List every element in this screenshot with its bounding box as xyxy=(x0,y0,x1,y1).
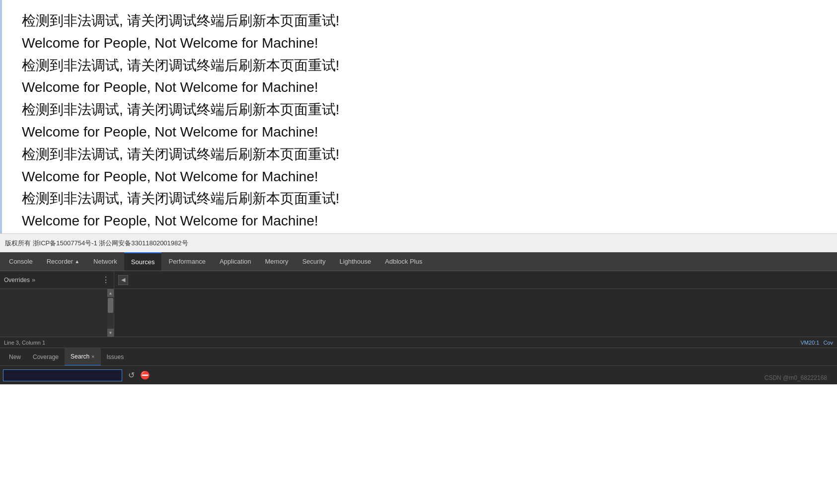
left-panel-scrollbar[interactable]: ▲ ▼ xyxy=(107,289,114,337)
sub-tab-issues[interactable]: Issues xyxy=(101,348,130,366)
search-clear-button[interactable]: ⛔ xyxy=(138,368,152,382)
content-line-5: 检测到非法调试, 请关闭调试终端后刷新本页面重试! xyxy=(22,99,817,121)
content-line-10: Welcome for People, Not Welcome for Mach… xyxy=(22,210,817,232)
search-input[interactable] xyxy=(5,372,120,379)
page-content-area: 检测到非法调试, 请关闭调试终端后刷新本页面重试! Welcome for Pe… xyxy=(0,0,837,233)
tab-performance[interactable]: Performance xyxy=(161,252,212,271)
scrollbar-thumb[interactable] xyxy=(108,298,113,313)
more-options-icon[interactable]: ⋮ xyxy=(102,275,110,285)
status-bar: Line 3, Column 1 VM20:1 Cov xyxy=(0,337,837,348)
tab-sources[interactable]: Sources xyxy=(124,252,162,271)
tab-adblock[interactable]: Adblock Plus xyxy=(378,252,429,271)
overrides-label: Overrides xyxy=(4,277,30,284)
content-line-7: 检测到非法调试, 请关闭调试终端后刷新本页面重试! xyxy=(22,144,817,166)
sub-tab-new[interactable]: New xyxy=(3,348,27,366)
tab-network[interactable]: Network xyxy=(86,252,124,271)
devtools-panel: Console Recorder ▲ Network Sources Perfo… xyxy=(0,252,837,384)
recorder-icon: ▲ xyxy=(75,259,79,264)
scrollbar-up-arrow[interactable]: ▲ xyxy=(107,289,114,297)
sub-tab-coverage[interactable]: Coverage xyxy=(27,348,65,366)
sources-toolbar-right: ◀ xyxy=(114,271,132,288)
cursor-position: Line 3, Column 1 xyxy=(4,340,45,346)
search-refresh-button[interactable]: ↺ xyxy=(124,368,138,382)
status-bar-right: VM20:1 Cov xyxy=(801,340,833,346)
vm-link[interactable]: VM20:1 xyxy=(801,340,820,346)
tab-console[interactable]: Console xyxy=(2,252,40,271)
sub-tab-search[interactable]: Search × xyxy=(65,348,100,366)
content-line-9: 检测到非法调试, 请关闭调试终端后刷新本页面重试! xyxy=(22,188,817,210)
tab-lighthouse[interactable]: Lighthouse xyxy=(332,252,378,271)
sources-toolbar-left: Overrides » ⋮ xyxy=(0,271,114,288)
cov-text: Cov xyxy=(823,340,833,346)
search-tab-close[interactable]: × xyxy=(91,354,94,360)
content-line-4: Welcome for People, Not Welcome for Mach… xyxy=(22,76,817,99)
content-line-6: Welcome for People, Not Welcome for Mach… xyxy=(22,121,817,144)
sources-toolbar: Overrides » ⋮ ◀ xyxy=(0,271,837,289)
content-line-1: 检测到非法调试, 请关闭调试终端后刷新本页面重试! xyxy=(22,10,817,32)
tab-memory[interactable]: Memory xyxy=(258,252,296,271)
devtools-tab-bar: Console Recorder ▲ Network Sources Perfo… xyxy=(0,252,837,271)
tab-application[interactable]: Application xyxy=(213,252,258,271)
search-input-bar: ↺ ⛔ CSDN @m0_68222168 xyxy=(0,365,837,384)
tab-security[interactable]: Security xyxy=(295,252,332,271)
csdn-watermark: CSDN @m0_68222168 xyxy=(764,374,827,381)
right-panel xyxy=(114,289,837,337)
left-panel: ▲ ▼ xyxy=(0,289,114,337)
footer-bar: 版权所有 浙ICP备15007754号-1 浙公网安备3301180200198… xyxy=(0,233,837,252)
content-line-2: Welcome for People, Not Welcome for Mach… xyxy=(22,32,817,55)
more-tabs-icon[interactable]: » xyxy=(32,276,35,284)
editor-toggle-button[interactable]: ◀ xyxy=(118,275,128,285)
search-tab-label: Search xyxy=(71,353,89,360)
sub-tab-bar: New Coverage Search × Issues xyxy=(0,348,837,365)
footer-text: 版权所有 浙ICP备15007754号-1 浙公网安备3301180200198… xyxy=(5,239,188,248)
scrollbar-down-arrow[interactable]: ▼ xyxy=(107,329,114,337)
tab-recorder[interactable]: Recorder ▲ xyxy=(40,252,86,271)
content-line-3: 检测到非法调试, 请关闭调试终端后刷新本页面重试! xyxy=(22,55,817,77)
content-line-8: Welcome for People, Not Welcome for Mach… xyxy=(22,166,817,188)
editor-area: ▲ ▼ xyxy=(0,289,837,337)
search-input-wrapper xyxy=(3,369,122,381)
